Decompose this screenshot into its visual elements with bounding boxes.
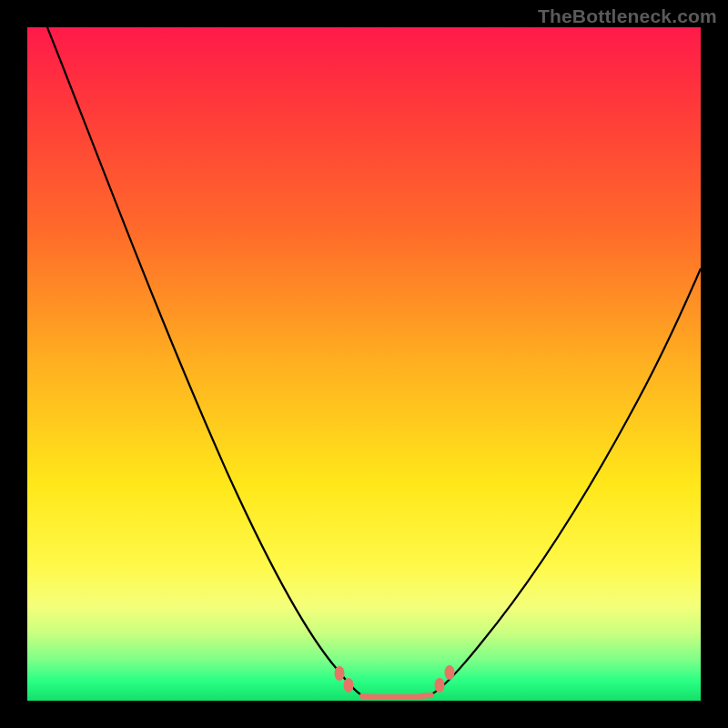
- svg-point-6: [344, 678, 354, 693]
- right-marker-cluster: [435, 665, 455, 693]
- left-marker-cluster: [335, 666, 354, 693]
- plot-area: [27, 27, 701, 701]
- svg-point-5: [335, 666, 345, 681]
- svg-line-0: [362, 696, 374, 697]
- bottom-marker-dashes: [362, 695, 431, 697]
- watermark-text: TheBottleneck.com: [538, 5, 717, 27]
- svg-line-4: [420, 695, 431, 696]
- curve-left: [47, 27, 360, 694]
- curve-right: [431, 268, 701, 694]
- chart-frame: TheBottleneck.com: [0, 0, 728, 728]
- svg-point-7: [435, 678, 445, 693]
- svg-point-8: [445, 665, 455, 680]
- chart-svg: [27, 27, 701, 701]
